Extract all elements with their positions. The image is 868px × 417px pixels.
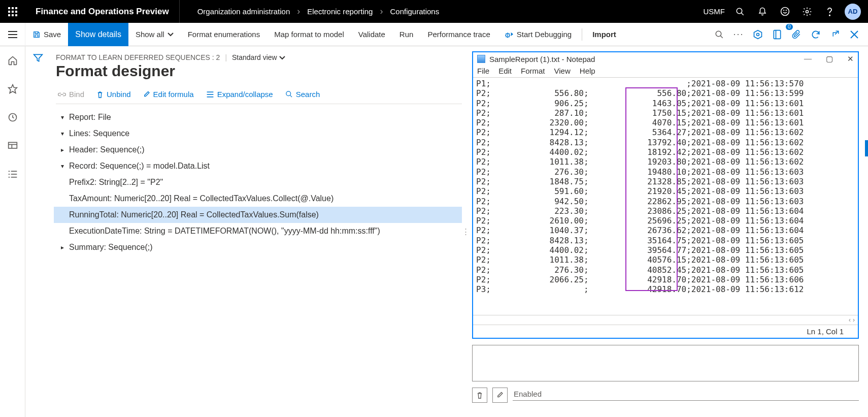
link-bar: Bind Unbind Edit formula Expand/collapse… (56, 87, 462, 104)
bind-link[interactable]: Bind (58, 90, 84, 99)
svg-rect-6 (8, 14, 10, 16)
svg-rect-1 (12, 7, 14, 9)
refresh-icon[interactable] (807, 26, 824, 43)
clock-icon[interactable] (5, 109, 21, 125)
menu-view[interactable]: View (554, 67, 571, 75)
svg-point-31 (757, 33, 759, 36)
attachment-count-badge: 0 (786, 24, 793, 30)
svg-point-29 (716, 31, 721, 37)
edit-icon[interactable] (492, 388, 508, 403)
command-bar: Save Show details Show all Format enumer… (0, 23, 868, 46)
format-tree: ▾Report: File ▾Lines: Sequence ▸Header: … (56, 109, 462, 255)
delete-icon[interactable] (472, 388, 487, 403)
breadcrumb: Organization administration › Electronic… (180, 6, 704, 17)
help-icon[interactable] (818, 0, 841, 23)
workspace-icon[interactable] (5, 138, 21, 154)
edit-formula-link[interactable]: Edit formula (143, 90, 194, 99)
modules-icon[interactable] (5, 166, 21, 182)
filter-rail (25, 46, 51, 417)
svg-rect-8 (15, 14, 17, 16)
page-title: Format designer (56, 62, 462, 80)
tree-node-header[interactable]: ▸Header: Sequence(;) (59, 142, 462, 158)
breadcrumb-2[interactable]: Configurations (390, 7, 439, 16)
unbind-link[interactable]: Unbind (96, 90, 131, 99)
menu-edit[interactable]: Edit (498, 67, 512, 75)
format-enumerations-button[interactable]: Format enumerations (181, 23, 268, 46)
home-icon[interactable] (5, 52, 21, 69)
menu-format[interactable]: Format (521, 67, 545, 75)
left-rail (0, 46, 25, 417)
svg-point-9 (737, 8, 742, 14)
attachment-icon[interactable]: 0 (788, 26, 805, 43)
tree-node-lines[interactable]: ▾Lines: Sequence (59, 125, 462, 142)
more-icon[interactable]: ··· (730, 26, 747, 43)
notepad-scrollbar[interactable]: ‹› (473, 315, 858, 325)
popout-icon[interactable] (826, 26, 844, 43)
svg-marker-28 (511, 32, 513, 36)
start-debugging-button[interactable]: Start Debugging (497, 23, 579, 46)
import-button[interactable]: Import (585, 23, 623, 46)
detail-textbox[interactable] (472, 345, 859, 381)
performance-trace-button[interactable]: Performance trace (420, 23, 497, 46)
tree-node-report[interactable]: ▾Report: File (59, 109, 462, 125)
notepad-titlebar[interactable]: SampleReport (1).txt - Notepad — ▢ ✕ (473, 52, 858, 66)
smile-icon[interactable] (774, 0, 796, 23)
search-icon[interactable] (729, 0, 751, 23)
gear-icon[interactable] (796, 0, 818, 23)
map-format-button[interactable]: Map format to model (267, 23, 351, 46)
splitter[interactable]: ⋮⋮ (467, 46, 472, 417)
minimize-icon[interactable]: — (804, 54, 812, 63)
save-button[interactable]: Save (25, 23, 68, 46)
show-all-button[interactable]: Show all (128, 23, 181, 46)
show-details-button[interactable]: Show details (68, 23, 128, 46)
options-icon[interactable] (749, 26, 766, 43)
tree-node-prefix[interactable]: Prefix2: String[2..2] = "P2" (59, 174, 462, 190)
notepad-window: SampleReport (1).txt - Notepad — ▢ ✕ Fil… (472, 51, 859, 339)
search-link[interactable]: Search (285, 90, 320, 99)
bell-icon[interactable] (751, 0, 774, 23)
svg-rect-7 (12, 14, 14, 16)
svg-point-13 (786, 10, 786, 11)
svg-point-14 (806, 10, 809, 13)
close-window-icon[interactable]: ✕ (847, 54, 854, 63)
hamburger-icon[interactable] (0, 23, 25, 46)
svg-rect-39 (8, 142, 17, 148)
tree-node-running-selected[interactable]: RunningTotal: Numeric[20..20] Real = Col… (54, 207, 462, 223)
svg-rect-19 (35, 35, 38, 37)
standard-view[interactable]: Standard view (232, 53, 285, 61)
svg-rect-4 (12, 11, 14, 13)
breadcrumb-1[interactable]: Electronic reporting (307, 7, 373, 16)
tree-node-tax[interactable]: TaxAmount: Numeric[20..20] Real = Collec… (59, 190, 462, 207)
validate-button[interactable]: Validate (351, 23, 392, 46)
notepad-icon (477, 55, 485, 63)
subheader: FORMAT TO LEARN DEFERRED SEQUENCES : 2 |… (56, 53, 462, 61)
svg-line-30 (720, 36, 723, 38)
notepad-content[interactable]: P1; ;2021-08-09 11:56:13:570 P2; 556.80;… (473, 78, 858, 315)
expand-collapse-link[interactable]: Expand/collapse (206, 90, 273, 99)
svg-rect-2 (15, 7, 17, 9)
save-label: Save (44, 30, 61, 39)
bottom-row: Enabled (472, 388, 859, 403)
avatar[interactable]: AD (845, 4, 861, 20)
svg-rect-3 (8, 11, 10, 13)
enabled-label: Enabled (513, 390, 859, 401)
tree-node-exec[interactable]: ExecutionDateTime: String = DATETIMEFORM… (59, 223, 462, 239)
close-icon[interactable] (846, 26, 863, 43)
menu-help[interactable]: Help (580, 67, 595, 75)
tree-node-record[interactable]: ▾Record: Sequence(;) = model.Data.List (59, 158, 462, 174)
maximize-icon[interactable]: ▢ (826, 54, 833, 63)
right-selection-indicator (865, 140, 868, 156)
menu-file[interactable]: File (477, 67, 489, 75)
svg-point-12 (783, 10, 784, 11)
filter-icon[interactable] (33, 53, 43, 417)
tree-node-summary[interactable]: ▸Summary: Sequence(;) (59, 239, 462, 255)
run-button[interactable]: Run (392, 23, 421, 46)
cmdbar-search-icon[interactable] (711, 26, 728, 43)
svg-rect-32 (774, 30, 780, 39)
book-icon[interactable] (769, 26, 786, 43)
highlight-box (625, 87, 678, 291)
star-icon[interactable] (5, 81, 21, 97)
legal-entity[interactable]: USMF (704, 7, 725, 16)
waffle-icon[interactable] (0, 0, 25, 23)
breadcrumb-0[interactable]: Organization administration (197, 7, 290, 16)
